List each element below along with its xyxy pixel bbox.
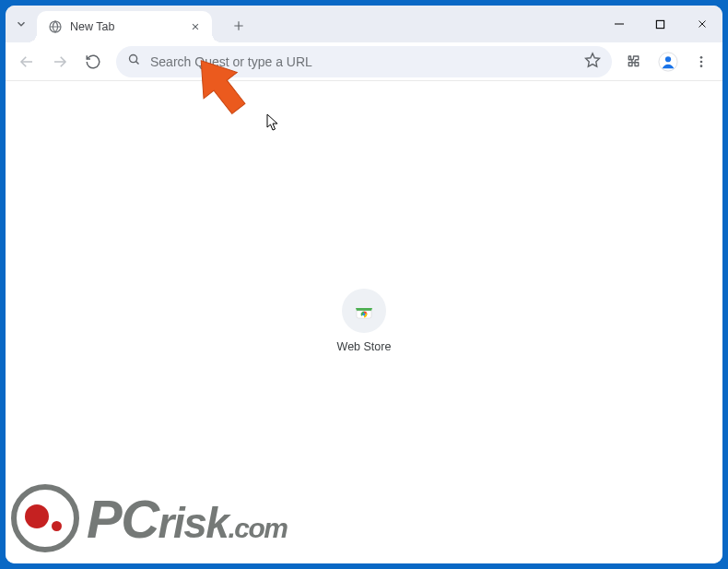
close-window-button[interactable]	[681, 9, 722, 39]
arrow-left-icon	[18, 53, 35, 70]
star-icon	[584, 52, 601, 68]
forward-button[interactable]	[44, 46, 76, 77]
globe-icon	[48, 19, 63, 34]
plus-icon	[232, 19, 245, 32]
address-bar[interactable]	[116, 46, 612, 77]
svg-point-11	[130, 55, 137, 63]
shortcut-label: Web Store	[337, 340, 392, 353]
svg-point-17	[700, 60, 703, 63]
minimize-button[interactable]	[598, 9, 640, 39]
minimize-icon	[614, 18, 625, 30]
window-controls	[598, 6, 722, 42]
new-tab-page: Web Store	[6, 81, 722, 563]
reload-button[interactable]	[77, 46, 109, 77]
chevron-down-icon	[15, 18, 28, 30]
bookmark-button[interactable]	[584, 52, 601, 72]
search-icon	[127, 53, 141, 70]
svg-point-15	[665, 56, 671, 62]
new-tab-button[interactable]	[225, 12, 252, 40]
tab-title: New Tab	[70, 20, 181, 33]
shortcut-grid: Web Store	[318, 289, 410, 353]
shortcut-favicon	[342, 289, 386, 333]
maximize-button[interactable]	[640, 9, 681, 39]
toolbar	[6, 42, 722, 81]
browser-window: New Tab	[6, 6, 722, 563]
tab-strip: New Tab	[6, 6, 722, 42]
tab-close-button[interactable]	[188, 19, 203, 34]
menu-button[interactable]	[686, 46, 717, 77]
svg-point-16	[700, 56, 703, 59]
reload-icon	[85, 53, 101, 70]
avatar-icon	[658, 52, 678, 72]
address-input[interactable]	[150, 54, 575, 69]
profile-button[interactable]	[652, 46, 684, 77]
maximize-icon	[655, 19, 665, 30]
webstore-icon	[353, 300, 375, 322]
kebab-menu-icon	[694, 54, 709, 69]
puzzle-icon	[627, 53, 643, 70]
svg-rect-6	[656, 20, 663, 28]
shortcut-web-store[interactable]: Web Store	[318, 289, 410, 353]
svg-point-20	[363, 314, 366, 316]
close-icon	[697, 18, 708, 30]
svg-point-18	[700, 65, 703, 67]
extensions-button[interactable]	[619, 46, 651, 77]
active-tab[interactable]: New Tab	[37, 11, 212, 42]
back-button[interactable]	[11, 46, 42, 77]
svg-marker-13	[586, 53, 600, 65]
close-icon	[191, 22, 200, 31]
arrow-right-icon	[52, 53, 68, 70]
svg-line-12	[136, 62, 139, 65]
